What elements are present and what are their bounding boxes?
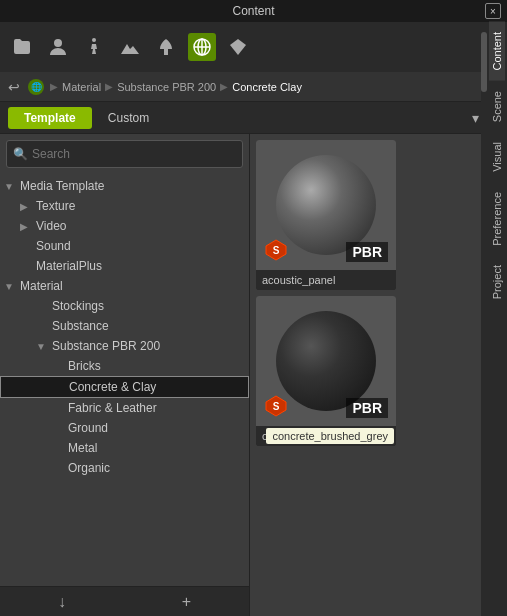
tree-label-media-template: Media Template (20, 179, 105, 193)
breadcrumb-material[interactable]: Material (62, 81, 101, 93)
tree-item-stockings[interactable]: Stockings (0, 296, 249, 316)
tree-arrow-ground (52, 423, 64, 434)
tree-label-bricks: Bricks (68, 359, 101, 373)
folder-icon[interactable] (8, 33, 36, 61)
tab-project[interactable]: Project (489, 255, 505, 309)
preview-label-acoustic: acoustic_panel (256, 270, 396, 290)
breadcrumb-concrete-clay[interactable]: Concrete Clay (232, 81, 302, 93)
tab-template[interactable]: Template (8, 107, 92, 129)
tooltip-concrete: concrete_brushed_grey (266, 428, 394, 444)
tab-visual[interactable]: Visual (489, 132, 505, 182)
preview-thumb-concrete: S PBR (256, 296, 396, 426)
tab-scene[interactable]: Scene (489, 81, 505, 132)
tree-label-organic: Organic (68, 461, 110, 475)
tree-arrow-substance (36, 321, 48, 332)
svg-point-1 (92, 38, 96, 42)
tree-item-ground[interactable]: Ground (0, 418, 249, 438)
add-button[interactable]: + (162, 589, 211, 615)
tree-arrow-concrete-clay (53, 382, 65, 393)
content-area: 🔍 ▼ Media Template ▶ Texture ▶ Video (0, 134, 487, 616)
tree-arrow-material: ▼ (4, 281, 16, 292)
tree-label-sound: Sound (36, 239, 71, 253)
tree-label-substance: Substance (52, 319, 109, 333)
breadcrumb: ↩ 🌐 ▶ Material ▶ Substance PBR 200 ▶ Con… (0, 72, 487, 102)
tree-label-metal: Metal (68, 441, 97, 455)
move-down-button[interactable]: ↓ (38, 589, 86, 615)
tree-item-fabric-leather[interactable]: Fabric & Leather (0, 398, 249, 418)
tree-label-concrete-clay: Concrete & Clay (69, 380, 156, 394)
pbr-badge-acoustic: PBR (346, 242, 388, 262)
breadcrumb-back-button[interactable]: ↩ (8, 79, 20, 95)
preview-concrete-brushed[interactable]: S PBR concrete_...shed_grey concrete_bru… (256, 296, 396, 446)
tree-item-texture[interactable]: ▶ Texture (0, 196, 249, 216)
window-title: Content (232, 4, 274, 18)
tree-arrow-sound (20, 241, 32, 252)
tree-item-video[interactable]: ▶ Video (0, 216, 249, 236)
sphere-concrete (276, 311, 376, 411)
tree-item-concrete-clay[interactable]: Concrete & Clay (0, 376, 249, 398)
search-input[interactable] (32, 147, 236, 161)
tree-arrow-substance-pbr200: ▼ (36, 341, 48, 352)
right-panel: S PBR acoustic_panel S PBR concrete (250, 134, 487, 616)
tree-item-bricks[interactable]: Bricks (0, 356, 249, 376)
breadcrumb-substance-pbr[interactable]: Substance PBR 200 (117, 81, 216, 93)
tree-item-materialplus[interactable]: MaterialPlus (0, 256, 249, 276)
tree-label-materialplus: MaterialPlus (36, 259, 102, 273)
tree-label-material: Material (20, 279, 63, 293)
tree-item-material[interactable]: ▼ Material (0, 276, 249, 296)
tree-label-video: Video (36, 219, 66, 233)
tree-item-organic[interactable]: Organic (0, 458, 249, 478)
svg-text:S: S (273, 245, 280, 256)
preview-acoustic-panel[interactable]: S PBR acoustic_panel (256, 140, 396, 290)
substance-logo-acoustic: S (264, 238, 288, 262)
plant-icon[interactable] (152, 33, 180, 61)
right-tab-panel: Content Scene Visual Preference Project (487, 22, 507, 616)
tree-item-substance-pbr200[interactable]: ▼ Substance PBR 200 (0, 336, 249, 356)
diamond-icon[interactable] (224, 33, 252, 61)
tree-label-fabric-leather: Fabric & Leather (68, 401, 157, 415)
tree: ▼ Media Template ▶ Texture ▶ Video Sound (0, 174, 249, 586)
preview-thumb-acoustic: S PBR (256, 140, 396, 270)
title-bar: Content × (0, 0, 507, 22)
tree-arrow-stockings (36, 301, 48, 312)
tree-arrow-metal (52, 443, 64, 454)
tree-item-metal[interactable]: Metal (0, 438, 249, 458)
breadcrumb-sep-1: ▶ (50, 81, 58, 92)
pbr-badge-concrete: PBR (346, 398, 388, 418)
figure-icon[interactable] (80, 33, 108, 61)
svg-point-0 (54, 39, 62, 47)
tree-arrow-media-template: ▼ (4, 181, 16, 192)
tree-label-substance-pbr200: Substance PBR 200 (52, 339, 160, 353)
tree-label-texture: Texture (36, 199, 75, 213)
tab-preference[interactable]: Preference (489, 182, 505, 256)
person-icon[interactable] (44, 33, 72, 61)
search-icon: 🔍 (13, 147, 28, 161)
tree-arrow-fabric-leather (52, 403, 64, 414)
breadcrumb-sep-2: ▶ (105, 81, 113, 92)
tree-arrow-video: ▶ (20, 221, 32, 232)
tree-arrow-materialplus (20, 261, 32, 272)
tree-arrow-bricks (52, 361, 64, 372)
breadcrumb-globe-icon: 🌐 (28, 79, 44, 95)
close-button[interactable]: × (485, 3, 501, 19)
tree-label-stockings: Stockings (52, 299, 104, 313)
tree-item-sound[interactable]: Sound (0, 236, 249, 256)
svg-text:S: S (273, 401, 280, 412)
tree-label-ground: Ground (68, 421, 108, 435)
tab-content[interactable]: Content (489, 22, 505, 81)
toolbar (0, 22, 487, 72)
mountain-icon[interactable] (116, 33, 144, 61)
tab-dropdown-icon[interactable]: ▾ (472, 110, 479, 126)
tab-bar: Template Custom ▾ (0, 102, 487, 134)
substance-logo-concrete: S (264, 394, 288, 418)
left-panel-bottom: ↓ + (0, 586, 249, 616)
tree-item-substance[interactable]: Substance (0, 316, 249, 336)
tab-custom[interactable]: Custom (92, 107, 165, 129)
breadcrumb-sep-3: ▶ (220, 81, 228, 92)
globe-icon[interactable] (188, 33, 216, 61)
tree-item-media-template[interactable]: ▼ Media Template (0, 176, 249, 196)
search-box[interactable]: 🔍 (6, 140, 243, 168)
sphere-acoustic (276, 155, 376, 255)
tree-arrow-organic (52, 463, 64, 474)
main-content: ↩ 🌐 ▶ Material ▶ Substance PBR 200 ▶ Con… (0, 22, 487, 616)
